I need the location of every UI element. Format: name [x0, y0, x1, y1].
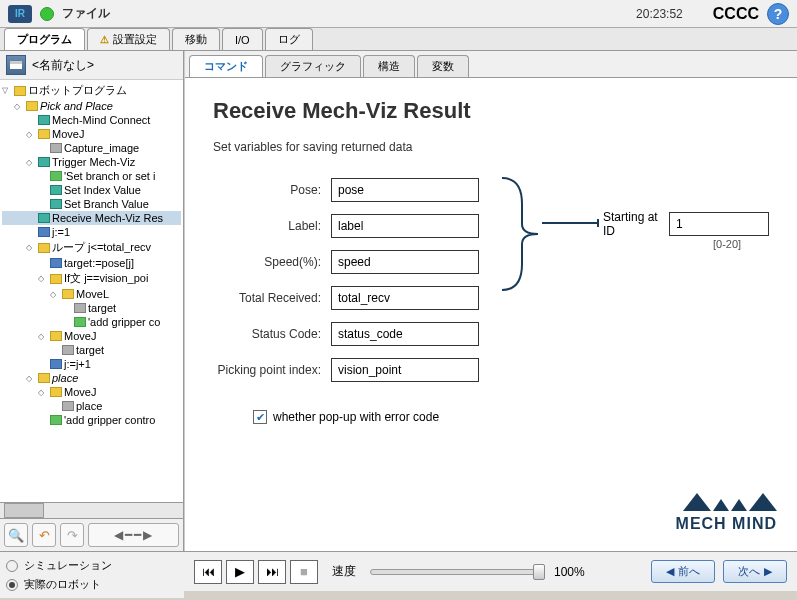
- program-name: <名前なし>: [32, 57, 94, 74]
- tree-node[interactable]: ◇MoveL: [2, 287, 181, 301]
- form-area: Receive Mech-Viz Result Set variables fo…: [185, 78, 797, 551]
- play-icon[interactable]: ▶: [226, 560, 254, 584]
- tree-node[interactable]: Mech-Mind Connect: [2, 113, 181, 127]
- tree-node[interactable]: j:=1: [2, 225, 181, 239]
- starting-input[interactable]: [669, 212, 769, 236]
- speed-label: Speed(%):: [213, 255, 331, 269]
- popup-label: whether pop-up with error code: [273, 410, 439, 424]
- tree-node[interactable]: ◇MoveJ: [2, 329, 181, 343]
- status-label: Status Code:: [213, 327, 331, 341]
- form-title: Receive Mech-Viz Result: [213, 98, 769, 124]
- undo-icon[interactable]: ↶: [32, 523, 56, 547]
- save-icon[interactable]: [6, 55, 26, 75]
- tree-node[interactable]: ◇MoveJ: [2, 385, 181, 399]
- main-tabs: プログラム⚠設置設定移動I/Oログ: [0, 28, 797, 51]
- pose-input[interactable]: [331, 178, 479, 202]
- connector-line: [542, 218, 602, 220]
- program-tree[interactable]: ▽ロボットプログラム◇Pick and PlaceMech-Mind Conne…: [0, 80, 183, 502]
- subtab-グラフィック[interactable]: グラフィック: [265, 55, 361, 77]
- tree-node[interactable]: Capture_image: [2, 141, 181, 155]
- speed-value: 100%: [554, 565, 585, 579]
- header-bar: IR ファイル 20:23:52 CCCC ?: [0, 0, 797, 28]
- bracket-icon: [498, 174, 542, 294]
- tab-プログラム[interactable]: プログラム: [4, 28, 85, 50]
- status-input[interactable]: [331, 322, 479, 346]
- speed-label: 速度: [332, 563, 356, 580]
- tree-node[interactable]: 'add gripper contro: [2, 413, 181, 427]
- tree-node[interactable]: j:=j+1: [2, 357, 181, 371]
- content: <名前なし> ▽ロボットプログラム◇Pick and PlaceMech-Min…: [0, 51, 797, 551]
- tree-node[interactable]: Set Index Value: [2, 183, 181, 197]
- skip-forward-icon[interactable]: ⏭: [258, 560, 286, 584]
- horizontal-scrollbar[interactable]: [0, 502, 183, 518]
- sub-tabs: コマンドグラフィック構造変数: [185, 51, 797, 78]
- total-label: Total Received:: [213, 291, 331, 305]
- tree-node[interactable]: 'add gripper co: [2, 315, 181, 329]
- pose-label: Pose:: [213, 183, 331, 197]
- prev-button[interactable]: ◀前へ: [651, 560, 715, 583]
- sim-panel: シミュレーション 実際のロボット: [0, 551, 184, 598]
- status-indicator: [40, 7, 54, 21]
- tab-移動[interactable]: 移動: [172, 28, 220, 50]
- subtab-構造[interactable]: 構造: [363, 55, 415, 77]
- next-button[interactable]: 次へ▶: [723, 560, 787, 583]
- mechmind-logo: MECH MIND: [676, 493, 777, 533]
- tree-node[interactable]: ◇Trigger Mech-Viz: [2, 155, 181, 169]
- label-label: Label:: [213, 219, 331, 233]
- search-icon[interactable]: 🔍: [4, 523, 28, 547]
- help-icon[interactable]: ?: [767, 3, 789, 25]
- real-robot-radio[interactable]: 実際のロボット: [6, 575, 178, 594]
- tree-node[interactable]: Receive Mech-Viz Res: [2, 211, 181, 225]
- file-menu[interactable]: ファイル: [62, 5, 110, 22]
- redo-icon[interactable]: ↷: [60, 523, 84, 547]
- tree-node[interactable]: ◇Pick and Place: [2, 99, 181, 113]
- tree-node[interactable]: Set Branch Value: [2, 197, 181, 211]
- skip-back-icon[interactable]: ⏮: [194, 560, 222, 584]
- popup-checkbox[interactable]: ✔: [253, 410, 267, 424]
- picking-input[interactable]: [331, 358, 479, 382]
- form-subtitle: Set variables for saving returned data: [213, 140, 769, 154]
- speed-input[interactable]: [331, 250, 479, 274]
- tree-node[interactable]: ◇ループ j<=total_recv: [2, 239, 181, 256]
- tree-node[interactable]: target: [2, 343, 181, 357]
- stop-icon[interactable]: ■: [290, 560, 318, 584]
- tree-node[interactable]: ▽ロボットプログラム: [2, 82, 181, 99]
- main-panel: コマンドグラフィック構造変数 Receive Mech-Viz Result S…: [184, 51, 797, 551]
- sidebar: <名前なし> ▽ロボットプログラム◇Pick and PlaceMech-Min…: [0, 51, 184, 551]
- play-controls: ⏮ ▶ ⏭ ■: [194, 560, 318, 584]
- tree-node[interactable]: place: [2, 399, 181, 413]
- simulation-radio[interactable]: シミュレーション: [6, 556, 178, 575]
- sidebar-toolbar: 🔍 ↶ ↷ ◀━━▶: [0, 518, 183, 551]
- tab-設置設定[interactable]: ⚠設置設定: [87, 28, 170, 50]
- speed-slider[interactable]: [370, 569, 540, 575]
- starting-range: [0-20]: [713, 238, 741, 250]
- sidebar-header: <名前なし>: [0, 51, 183, 80]
- tree-node[interactable]: ◇If文 j==vision_poi: [2, 270, 181, 287]
- tree-node[interactable]: target:=pose[j]: [2, 256, 181, 270]
- tree-node[interactable]: ◇MoveJ: [2, 127, 181, 141]
- tree-node[interactable]: target: [2, 301, 181, 315]
- tree-node[interactable]: ◇place: [2, 371, 181, 385]
- status-text: CCCC: [713, 5, 759, 23]
- label-input[interactable]: [331, 214, 479, 238]
- ur-logo: IR: [8, 5, 32, 23]
- subtab-コマンド[interactable]: コマンド: [189, 55, 263, 77]
- navigation-arrows[interactable]: ◀━━▶: [88, 523, 179, 547]
- total-input[interactable]: [331, 286, 479, 310]
- subtab-変数[interactable]: 変数: [417, 55, 469, 77]
- footer: ⏮ ▶ ⏭ ■ 速度 100% ◀前へ 次へ▶: [184, 551, 797, 591]
- tab-ログ[interactable]: ログ: [265, 28, 313, 50]
- tab-I/O[interactable]: I/O: [222, 28, 263, 50]
- picking-label: Picking point index:: [213, 363, 331, 377]
- tree-node[interactable]: 'Set branch or set i: [2, 169, 181, 183]
- clock: 20:23:52: [636, 7, 683, 21]
- starting-label: Starting at ID: [603, 210, 661, 238]
